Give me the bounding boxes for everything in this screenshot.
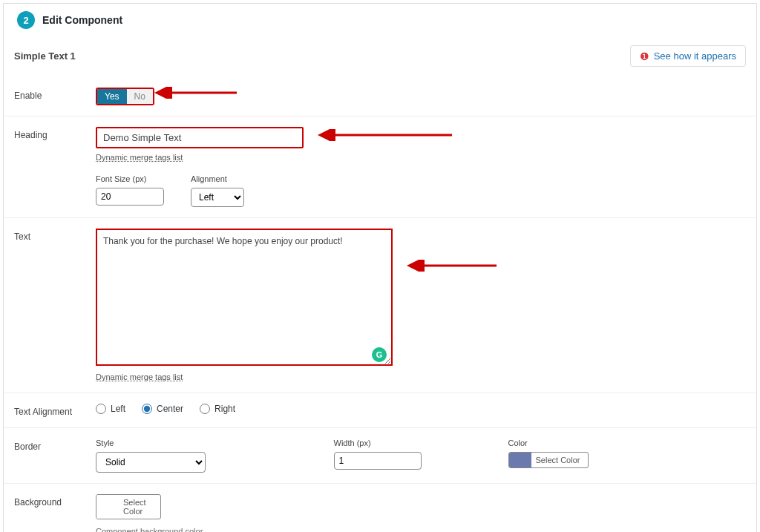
- font-size-input[interactable]: [96, 188, 164, 206]
- border-style-label: Style: [96, 439, 334, 447]
- background-color-picker[interactable]: Select Color: [96, 494, 161, 519]
- heading-input[interactable]: [96, 127, 304, 148]
- border-color-label: Color: [508, 439, 747, 447]
- see-how-button[interactable]: ❶ See how it appears: [630, 45, 746, 67]
- border-style-select[interactable]: Solid: [96, 452, 206, 473]
- select-color-label: Select Color: [531, 453, 588, 467]
- text-textarea[interactable]: [96, 229, 393, 366]
- radio-right[interactable]: Right: [200, 404, 235, 414]
- radio-center[interactable]: Center: [142, 404, 183, 414]
- panel-header: 2 Edit Component: [4, 4, 756, 39]
- annotation-arrow: [151, 87, 240, 99]
- color-swatch: [96, 495, 119, 519]
- select-color-label: Select Color: [119, 495, 160, 519]
- text-alignment-label: Text Alignment: [14, 404, 96, 417]
- annotation-arrow: [404, 260, 500, 272]
- grammarly-icon: G: [372, 347, 387, 362]
- see-how-label: See how it appears: [654, 50, 736, 62]
- border-label: Border: [14, 439, 96, 452]
- alignment-select[interactable]: Left: [191, 188, 244, 207]
- component-name: Simple Text 1: [14, 50, 76, 62]
- enable-label: Enable: [14, 88, 96, 101]
- merge-tags-link[interactable]: Dynamic merge tags list: [96, 153, 183, 162]
- info-icon: ❶: [640, 51, 649, 62]
- border-width-input[interactable]: [334, 452, 422, 470]
- step-badge: 2: [17, 11, 35, 29]
- alignment-label: Alignment: [191, 174, 244, 183]
- annotation-arrow: [315, 129, 456, 141]
- border-width-label: Width (px): [334, 439, 508, 447]
- merge-tags-link[interactable]: Dynamic merge tags list: [96, 372, 183, 381]
- border-color-picker[interactable]: Select Color: [508, 452, 589, 468]
- page-title: Edit Component: [42, 14, 122, 26]
- toggle-yes[interactable]: Yes: [97, 89, 127, 104]
- toggle-no[interactable]: No: [127, 89, 153, 104]
- heading-label: Heading: [14, 127, 96, 140]
- enable-toggle[interactable]: Yes No: [96, 88, 154, 105]
- text-label: Text: [14, 229, 96, 242]
- font-size-label: Font Size (px): [96, 174, 164, 183]
- radio-left[interactable]: Left: [96, 404, 125, 414]
- background-label: Background: [14, 494, 96, 508]
- background-helper: Component background color: [96, 527, 746, 532]
- color-swatch: [509, 453, 531, 467]
